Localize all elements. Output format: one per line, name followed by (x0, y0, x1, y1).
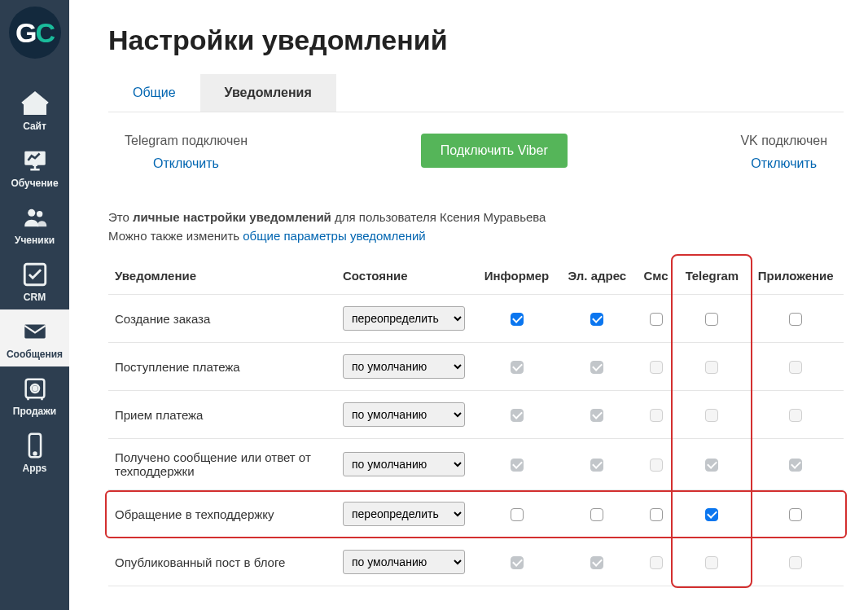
nav-label: Сообщения (7, 349, 63, 360)
nav-students[interactable]: Ученики (0, 195, 69, 252)
state-select[interactable]: по умолчанию (343, 550, 465, 574)
checkbox[interactable] (789, 313, 802, 326)
row-name: Создание заказа (108, 295, 336, 343)
table-row: Обращение в техподдержкупереопределить (108, 490, 844, 538)
state-select[interactable]: по умолчанию (343, 402, 465, 427)
chart-icon (21, 147, 49, 174)
intro-line1: Это личные настройки уведомлений для пол… (108, 210, 844, 224)
checkbox-disabled (789, 361, 802, 374)
nav-label: Обучение (11, 178, 58, 189)
table-row: Опубликованный пост в блогепо умолчанию (108, 538, 844, 586)
row-name: Поступление платежа (108, 343, 336, 391)
col-sms: Смс (636, 257, 677, 295)
row-name: Опубликованный пост в блоге (108, 538, 336, 586)
checkbox[interactable] (789, 508, 802, 521)
checkbox-disabled (590, 361, 603, 374)
nav-apps[interactable]: Apps (0, 423, 69, 481)
notifications-table: Уведомление Состояние Информер Эл. адрес… (108, 257, 844, 586)
nav-crm[interactable]: CRM (0, 252, 69, 309)
nav-sales[interactable]: Продажи (0, 366, 69, 423)
col-telegram: Telegram (676, 257, 747, 295)
checkbox[interactable] (590, 313, 603, 326)
checkbox-disabled (705, 556, 718, 569)
checkbox-disabled (590, 459, 603, 472)
telegram-block: Telegram подключен Отключить (125, 134, 248, 171)
intro-line2: Можно также изменить общие параметры уве… (108, 229, 844, 243)
checkbox-disabled (511, 556, 524, 569)
vk-block: VK подключен Отключить (740, 134, 827, 171)
main-content: Настройки уведомлений Общие Уведомления … (69, 0, 868, 610)
col-email: Эл. адрес (559, 257, 636, 295)
nav-label: Сайт (23, 121, 46, 132)
vk-status: VK подключен (740, 134, 827, 148)
tab-notifications[interactable]: Уведомления (200, 74, 336, 112)
checkbox[interactable] (705, 508, 718, 521)
users-icon (21, 204, 49, 231)
checkbox[interactable] (511, 508, 524, 521)
checkbox-disabled (590, 409, 603, 422)
checkbox-disabled (650, 409, 663, 422)
checkbox[interactable] (650, 313, 663, 326)
checkbox[interactable] (511, 313, 524, 326)
logo-c: C (35, 17, 54, 48)
state-select[interactable]: переопределить (343, 502, 465, 526)
checkbox-disabled (705, 361, 718, 374)
nav-learning[interactable]: Обучение (0, 138, 69, 195)
col-informer: Информер (475, 257, 559, 295)
tab-general[interactable]: Общие (108, 74, 200, 112)
checkbox-disabled (511, 361, 524, 374)
table-row: Получено сообщение или ответ от техподде… (108, 439, 844, 490)
nav-label: CRM (24, 292, 46, 303)
tabs: Общие Уведомления (108, 74, 844, 112)
page-title: Настройки уведомлений (108, 24, 844, 56)
mail-icon (21, 318, 49, 345)
connect-viber-button[interactable]: Подключить Viber (421, 134, 568, 168)
table-row: Создание заказапереопределить (108, 295, 844, 343)
general-settings-link[interactable]: общие параметры уведомлений (243, 229, 426, 243)
checkbox-disabled (650, 459, 663, 472)
checkbox[interactable] (590, 508, 603, 521)
row-name: Прием платежа (108, 391, 336, 439)
home-icon (21, 90, 49, 117)
logo-g: G (15, 17, 35, 48)
nav-label: Ученики (15, 235, 55, 246)
logo[interactable]: GC (9, 7, 61, 59)
checkbox-disabled (511, 459, 524, 472)
checkbox-disabled (511, 409, 524, 422)
nav-label: Apps (23, 463, 47, 474)
checkbox-disabled (705, 459, 718, 472)
check-icon (21, 261, 49, 288)
col-app: Приложение (747, 257, 844, 295)
telegram-status: Telegram подключен (125, 134, 248, 148)
checkbox-disabled (789, 409, 802, 422)
row-name: Получено сообщение или ответ от техподде… (108, 439, 336, 490)
safe-icon (21, 375, 49, 402)
svg-rect-4 (24, 325, 46, 339)
telegram-disconnect[interactable]: Отключить (125, 156, 248, 171)
checkbox-disabled (789, 459, 802, 472)
nav-messages[interactable]: Сообщения (0, 309, 69, 366)
col-state: Состояние (336, 257, 475, 295)
svg-point-2 (36, 211, 42, 217)
checkbox-disabled (650, 556, 663, 569)
table-row: Прием платежапо умолчанию (108, 391, 844, 439)
sidebar: GC Сайт Обучение Ученики CRM Сообщения (0, 0, 69, 610)
svg-point-1 (28, 209, 35, 217)
phone-icon (21, 432, 49, 459)
checkbox-disabled (789, 556, 802, 569)
state-select[interactable]: по умолчанию (343, 354, 465, 379)
state-select[interactable]: по умолчанию (343, 452, 465, 476)
checkbox-disabled (650, 361, 663, 374)
checkbox-disabled (590, 556, 603, 569)
checkbox-disabled (705, 409, 718, 422)
vk-disconnect[interactable]: Отключить (740, 156, 827, 171)
connections-row: Telegram подключен Отключить Подключить … (108, 134, 844, 171)
nav-label: Продажи (13, 406, 56, 417)
svg-point-7 (33, 387, 36, 390)
checkbox[interactable] (650, 508, 663, 521)
state-select[interactable]: переопределить (343, 306, 465, 331)
col-notification: Уведомление (108, 257, 336, 295)
checkbox[interactable] (705, 313, 718, 326)
row-name: Обращение в техподдержку (108, 490, 336, 538)
nav-site[interactable]: Сайт (0, 81, 69, 138)
